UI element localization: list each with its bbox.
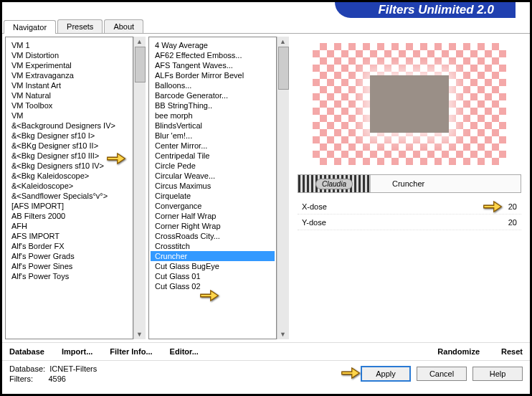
randomize-button[interactable]: Randomize [437,347,480,356]
status-db-label: Database: [9,364,45,373]
list-item[interactable]: &<Sandflower Specials°v°> [7,191,131,201]
list-item[interactable]: Cut Glass 01 [151,271,275,281]
scrollbar[interactable] [277,37,289,339]
list-item[interactable]: VM Experimental [7,60,131,70]
param-label: X-dose [302,202,495,211]
list-item[interactable]: AFS Tangent Waves... [151,60,275,70]
current-filter-name: Cruncher [370,175,521,192]
status-db-value: ICNET-Filters [49,364,97,373]
list-item[interactable]: ALFs Border Mirror Bevel [151,70,275,80]
list-item[interactable]: &<Background Designers IV> [7,121,131,131]
list-item[interactable]: AB Filters 2000 [7,211,131,221]
filter-list[interactable]: 4 Way AverageAF62 Effected Emboss...AFS … [148,37,277,339]
list-item[interactable]: Circus Maximus [151,181,275,191]
list-item[interactable]: Crosstitch [151,241,275,251]
list-item[interactable]: BB StringThing.. [151,100,275,110]
tab-presets[interactable]: Presets [57,19,103,33]
list-item[interactable]: &<Bkg Designer sf10 I> [7,131,131,141]
list-item[interactable]: [AFS IMPORT] [7,201,131,211]
list-item[interactable]: Cut Glass BugEye [151,261,275,271]
tab-strip: NavigatorPresetsAbout [2,19,530,34]
list-item[interactable]: Balloons... [151,80,275,90]
list-item[interactable]: Alf's Power Sines [7,261,131,271]
param-row[interactable]: Y-dose20 [298,214,521,230]
list-item[interactable]: BlindsVertical [151,121,275,131]
list-item[interactable]: VM Instant Art [7,80,131,90]
status-filters-label: Filters: [9,374,33,383]
list-item[interactable]: Convergance [151,201,275,211]
list-item[interactable]: VM Toolbox [7,100,131,110]
list-item[interactable]: VM Distortion [7,50,131,60]
editor-button[interactable]: Editor... [170,347,199,356]
list-item[interactable]: AFH [7,221,131,231]
list-item[interactable]: Cut Glass 02 [151,281,275,291]
param-value: 20 [495,218,517,227]
filter-info-button[interactable]: Filter Info... [110,347,152,356]
list-item[interactable]: &<Bkg Designers sf10 IV> [7,161,131,171]
list-item[interactable]: &<Bkg Designer sf10 III> [7,151,131,161]
import-button[interactable]: Import... [62,347,92,356]
list-item[interactable]: Cirquelate [151,191,275,201]
list-item[interactable]: AF62 Effected Emboss... [151,50,275,60]
app-title: Filters Unlimited 2.0 [335,2,516,18]
list-item[interactable]: VM [7,110,131,121]
reset-button[interactable]: Reset [501,347,523,356]
list-item[interactable]: Corner Half Wrap [151,211,275,221]
list-item[interactable]: VM 1 [7,40,131,50]
list-item[interactable]: Cruncher [151,251,275,261]
param-value: 20 [495,202,517,211]
category-list[interactable]: VM 1VM DistortionVM ExperimentalVM Extra… [5,37,133,339]
list-item[interactable]: Center Mirror... [151,141,275,151]
tab-about[interactable]: About [104,19,143,33]
list-item[interactable]: Blur 'em!... [151,131,275,141]
list-item[interactable]: VM Natural [7,90,131,100]
list-item[interactable]: &<Bkg Kaleidoscope> [7,171,131,181]
preview-pane [298,39,521,169]
apply-button[interactable]: Apply [361,366,411,382]
list-item[interactable]: Corner Right Wrap [151,221,275,231]
list-item[interactable]: VM Extravaganza [7,70,131,80]
list-item[interactable]: Circular Weave... [151,171,275,181]
param-row[interactable]: X-dose20 [298,199,521,214]
cancel-button[interactable]: Cancel [417,367,467,381]
list-item[interactable]: bee morph [151,110,275,121]
list-item[interactable]: Alf's Power Grads [7,251,131,261]
list-item[interactable]: 4 Way Average [151,40,275,50]
list-item[interactable]: Alf's Border FX [7,241,131,251]
list-item[interactable]: Alf's Power Toys [7,271,131,281]
list-item[interactable]: &<BKg Designer sf10 II> [7,141,131,151]
database-button[interactable]: Database [9,347,44,356]
help-button[interactable]: Help [472,367,523,381]
list-item[interactable]: &<Kaleidoscope> [7,181,131,191]
list-item[interactable]: Barcode Generator... [151,90,275,100]
logo-badge: Claudia [298,175,370,192]
list-item[interactable]: Circle Pede [151,161,275,171]
list-item[interactable]: Centripedal Tile [151,151,275,161]
tab-navigator[interactable]: Navigator [4,20,56,34]
param-label: Y-dose [302,218,495,227]
list-item[interactable]: AFS IMPORT [7,231,131,241]
status-filters-value: 4596 [48,374,65,383]
scrollbar[interactable] [133,37,146,339]
list-item[interactable]: CrossRoads City... [151,231,275,241]
